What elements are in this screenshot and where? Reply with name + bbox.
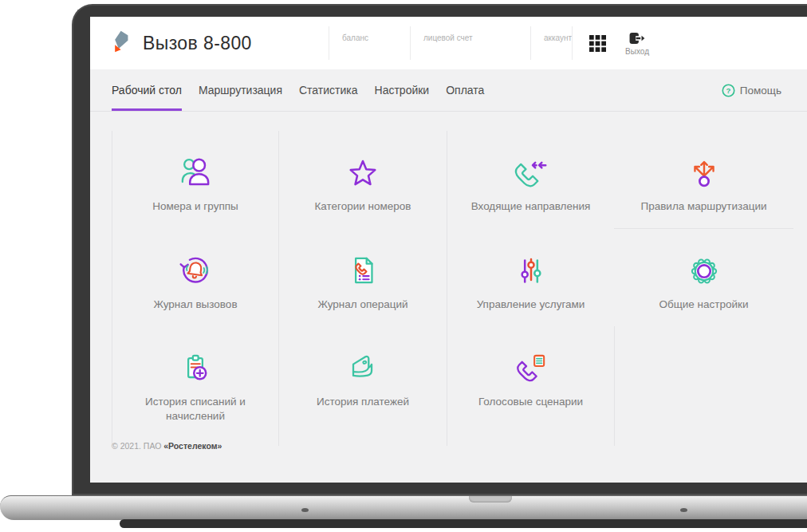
dashboard-tile-label: Правила маршрутизации xyxy=(640,199,766,214)
nav-tab[interactable]: Рабочий стол xyxy=(112,69,182,111)
help-label: Помощь xyxy=(740,85,781,97)
laptop-foot xyxy=(301,508,309,512)
rostelecom-logo xyxy=(112,30,132,57)
dashboard-tile[interactable]: История списаний и начислений xyxy=(112,326,278,446)
laptop-base xyxy=(0,495,807,520)
users-icon xyxy=(175,152,215,192)
nav-tab[interactable]: Маршрутизация xyxy=(199,69,282,111)
nav-tab[interactable]: Статистика xyxy=(299,69,358,111)
dashboard-tile-label: Управление услугами xyxy=(477,298,585,312)
copyright-prefix: © 2021. ПАО xyxy=(112,441,163,451)
page: Вызов 8-800 баланс лицевой счет аккаунт xyxy=(0,0,807,532)
dashboard-tile-label: Общие настройки xyxy=(659,298,748,312)
header-field[interactable]: баланс xyxy=(329,26,410,60)
dashboard: Номера и группы Категории номеров xyxy=(90,112,807,483)
laptop-latch-notch xyxy=(469,496,512,502)
dashboard-tile[interactable]: Журнал вызовов xyxy=(112,229,278,326)
nav-tab[interactable]: Настройки xyxy=(375,69,430,111)
header-field[interactable]: аккаунт xyxy=(530,26,572,60)
header-field[interactable]: лицевой счет xyxy=(410,26,530,60)
grid-apps-icon[interactable] xyxy=(589,35,606,52)
header-fields: баланс лицевой счет аккаунт xyxy=(329,26,572,60)
logout-button[interactable]: Выход xyxy=(625,31,649,56)
gear-icon xyxy=(684,250,724,290)
dashboard-tile-label: Голосовые сценарии xyxy=(478,395,583,409)
routing-arrows-icon xyxy=(684,152,724,192)
dashboard-tile[interactable]: Номера и группы xyxy=(112,131,278,229)
nav-tab-label: Статистика xyxy=(299,84,358,97)
dashboard-tile[interactable]: История платежей xyxy=(278,326,447,446)
logout-label: Выход xyxy=(625,47,649,56)
brand[interactable]: Вызов 8-800 xyxy=(112,30,329,57)
clipboard-plus-icon xyxy=(175,348,215,388)
laptop-base-underside xyxy=(120,519,807,528)
svg-text:?: ? xyxy=(726,85,730,94)
call-log-icon xyxy=(175,250,215,290)
header-field-label: баланс xyxy=(342,33,368,42)
dashboard-tile-label: История платежей xyxy=(317,395,409,409)
help-icon: ? xyxy=(722,84,735,97)
dashboard-tile[interactable]: Категории номеров xyxy=(278,131,447,229)
dashboard-tile[interactable]: Журнал операций xyxy=(278,229,447,326)
header-field-label: аккаунт xyxy=(544,33,572,42)
tile-grid: Номера и группы Категории номеров xyxy=(112,112,793,446)
dashboard-tile-label: Номера и группы xyxy=(152,199,238,214)
operations-log-icon xyxy=(343,250,383,290)
nav-tab-label: Настройки xyxy=(375,84,430,97)
dashboard-tile-label: Журнал вызовов xyxy=(153,298,237,312)
nav-tab-label: Рабочий стол xyxy=(112,84,182,97)
app-header: Вызов 8-800 баланс лицевой счет аккаунт xyxy=(90,17,807,69)
nav-tab-label: Оплата xyxy=(446,84,484,97)
dashboard-tile[interactable]: Входящие направления xyxy=(447,131,614,229)
laptop-foot xyxy=(680,508,687,512)
laptop-screen: Вызов 8-800 баланс лицевой счет аккаунт xyxy=(90,17,807,483)
incoming-call-icon xyxy=(511,152,551,192)
nav-tabs: Рабочий стол Маршрутизация Статистика На… xyxy=(112,69,484,111)
dashboard-tile-label: Категории номеров xyxy=(314,199,411,214)
header-actions: Выход xyxy=(572,26,807,60)
nav-tab[interactable]: Оплата xyxy=(446,69,484,111)
dashboard-tile[interactable]: Общие настройки xyxy=(614,229,793,326)
dashboard-tile-label: Журнал операций xyxy=(317,298,407,312)
copyright-company: «Ростелеком» xyxy=(163,441,222,451)
star-icon xyxy=(343,152,383,192)
sliders-icon xyxy=(511,250,551,290)
header-field-label: лицевой счет xyxy=(423,33,473,42)
voice-script-icon xyxy=(511,348,551,388)
dashboard-tile[interactable]: Голосовые сценарии xyxy=(447,326,614,446)
app-title: Вызов 8-800 xyxy=(143,33,252,54)
logout-icon xyxy=(628,31,647,45)
dashboard-tile[interactable]: Управление услугами xyxy=(447,229,614,326)
dashboard-tile[interactable]: Правила маршрутизации xyxy=(614,131,793,229)
tabs-row: Рабочий стол Маршрутизация Статистика На… xyxy=(90,69,807,112)
dashboard-tile-label: История списаний и начислений xyxy=(127,395,264,423)
nav-tab-label: Маршрутизация xyxy=(199,84,282,97)
help-link[interactable]: ? Помощь xyxy=(722,69,781,111)
dashboard-tile-label: Входящие направления xyxy=(471,199,591,214)
wallet-icon xyxy=(343,348,383,388)
